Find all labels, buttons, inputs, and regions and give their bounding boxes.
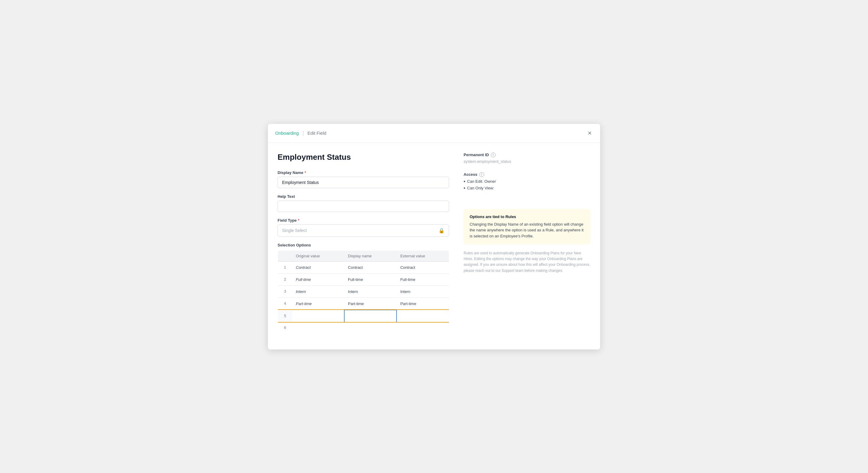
access-item-2: • Can Only View: bbox=[464, 185, 590, 191]
display-name-required: * bbox=[304, 170, 306, 175]
row-num: 1 bbox=[278, 261, 292, 273]
row-num: 4 bbox=[278, 297, 292, 310]
col-num bbox=[278, 250, 292, 261]
breadcrumb-edit-field: Edit Field bbox=[307, 130, 327, 136]
permanent-id-section: Permanent ID i system.employment_status bbox=[464, 153, 590, 164]
display-value-cell[interactable] bbox=[344, 322, 397, 334]
selection-options-group: Selection Options Original value Display… bbox=[278, 243, 449, 334]
breadcrumb-separator: | bbox=[302, 130, 304, 136]
display-value-cell[interactable]: Full-time bbox=[344, 273, 397, 285]
original-value-cell: Part-time bbox=[292, 297, 345, 310]
row-num: 3 bbox=[278, 285, 292, 297]
original-value-cell[interactable] bbox=[292, 322, 345, 334]
permanent-id-value: system.employment_status bbox=[464, 159, 590, 164]
left-column: Employment Status Display Name * Help Te… bbox=[278, 153, 449, 340]
row5-display-input[interactable] bbox=[345, 310, 396, 322]
col-original: Original value bbox=[292, 250, 345, 261]
table-row-active: 5 bbox=[278, 310, 449, 322]
external-value-cell[interactable]: Intern bbox=[397, 285, 449, 297]
breadcrumb-onboarding[interactable]: Onboarding bbox=[275, 130, 299, 136]
field-type-group: Field Type * Single Select 🔒 bbox=[278, 218, 449, 237]
table-row: 2 Full-time Full-time Full-time bbox=[278, 273, 449, 285]
col-external: External value bbox=[397, 250, 449, 261]
external-value-cell[interactable]: Contract bbox=[397, 261, 449, 273]
display-value-cell-active[interactable] bbox=[344, 310, 397, 322]
table-row: 1 Contract Contract Contract bbox=[278, 261, 449, 273]
help-text-label: Help Text bbox=[278, 194, 449, 199]
access-item-1: • Can Edit: Owner bbox=[464, 179, 590, 184]
external-value-cell-empty[interactable] bbox=[397, 310, 449, 322]
display-name-label: Display Name * bbox=[278, 170, 449, 175]
table-header: Original value Display name External val… bbox=[278, 250, 449, 261]
display-name-group: Display Name * bbox=[278, 170, 449, 188]
bullet-icon: • bbox=[464, 185, 465, 191]
access-label: Access i bbox=[464, 172, 590, 177]
permanent-id-label: Permanent ID i bbox=[464, 153, 590, 157]
close-button[interactable]: × bbox=[587, 129, 593, 138]
external-value-cell[interactable]: Part-time bbox=[397, 297, 449, 310]
original-value-cell: Contract bbox=[292, 261, 345, 273]
modal-body: Employment Status Display Name * Help Te… bbox=[268, 143, 600, 349]
options-table: Original value Display name External val… bbox=[278, 250, 449, 334]
col-display: Display name bbox=[344, 250, 397, 261]
access-section: Access i • Can Edit: Owner • Can Only Vi… bbox=[464, 172, 590, 191]
access-info-icon[interactable]: i bbox=[479, 172, 484, 177]
bullet-icon: • bbox=[464, 179, 465, 184]
table-body: 1 Contract Contract Contract 2 Full-time… bbox=[278, 261, 449, 334]
permanent-id-info-icon[interactable]: i bbox=[491, 153, 496, 157]
table-row: 6 bbox=[278, 322, 449, 334]
modal-header: Onboarding | Edit Field × bbox=[268, 124, 600, 143]
external-value-cell[interactable] bbox=[397, 322, 449, 334]
lock-icon: 🔒 bbox=[438, 228, 444, 233]
info-box-title: Options are tied to Rules bbox=[470, 215, 584, 219]
row-num: 6 bbox=[278, 322, 292, 334]
page-title: Employment Status bbox=[278, 153, 449, 162]
rules-description: Rules are used to automatically generate… bbox=[464, 250, 590, 274]
original-value-cell: Intern bbox=[292, 285, 345, 297]
row-num: 5 bbox=[278, 310, 292, 322]
original-value-cell-empty[interactable] bbox=[292, 310, 345, 322]
field-type-required: * bbox=[298, 218, 299, 223]
row-num: 2 bbox=[278, 273, 292, 285]
original-value-cell: Full-time bbox=[292, 273, 345, 285]
row5-external-input[interactable] bbox=[397, 310, 449, 322]
display-name-input[interactable] bbox=[278, 177, 449, 188]
field-type-select[interactable]: Single Select 🔒 bbox=[278, 224, 449, 237]
options-rules-info-box: Options are tied to Rules Changing the D… bbox=[464, 209, 590, 245]
help-text-input[interactable] bbox=[278, 200, 449, 212]
selection-options-label: Selection Options bbox=[278, 243, 449, 247]
display-value-cell[interactable]: Intern bbox=[344, 285, 397, 297]
right-column: Permanent ID i system.employment_status … bbox=[464, 153, 590, 340]
help-text-group: Help Text bbox=[278, 194, 449, 212]
edit-field-modal: Onboarding | Edit Field × Employment Sta… bbox=[268, 124, 600, 349]
external-value-cell[interactable]: Full-time bbox=[397, 273, 449, 285]
table-row: 4 Part-time Part-time Part-time bbox=[278, 297, 449, 310]
display-value-cell[interactable]: Contract bbox=[344, 261, 397, 273]
field-type-label: Field Type * bbox=[278, 218, 449, 223]
info-box-text: Changing the Display Name of an existing… bbox=[470, 221, 584, 239]
row5-original-input[interactable] bbox=[292, 310, 344, 322]
table-row: 3 Intern Intern Intern bbox=[278, 285, 449, 297]
display-value-cell[interactable]: Part-time bbox=[344, 297, 397, 310]
